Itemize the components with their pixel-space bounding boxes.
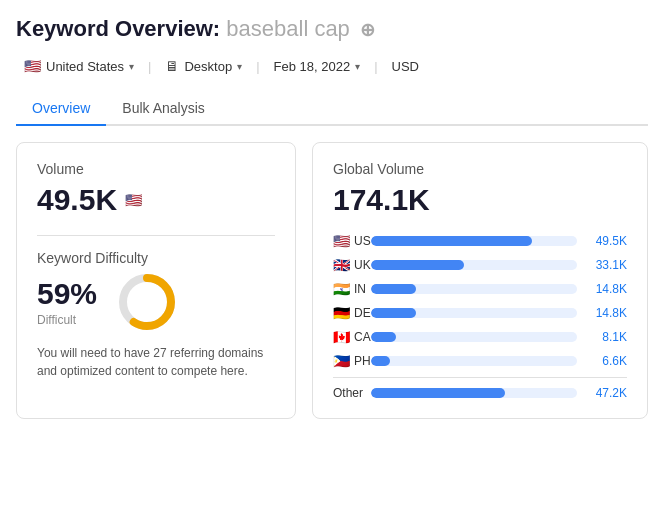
- country-code-US: 🇺🇸 US: [333, 233, 363, 249]
- bar-container-DE: [371, 308, 577, 318]
- volume-number: 49.5K: [37, 183, 117, 217]
- bar-container-CA: [371, 332, 577, 342]
- title-static: Keyword Overview:: [16, 16, 220, 41]
- device-selector[interactable]: 🖥 Desktop ▾: [157, 54, 250, 78]
- country-row: 🇨🇦 CA 8.1K: [333, 329, 627, 345]
- date-label: Feb 18, 2022: [274, 59, 351, 74]
- country-row: 🇬🇧 UK 33.1K: [333, 257, 627, 273]
- toolbar-sep-1: |: [148, 59, 151, 74]
- code-label-IN: IN: [354, 282, 366, 296]
- volume-value-row: 49.5K 🇺🇸: [37, 183, 275, 217]
- volume-CA: 8.1K: [585, 330, 627, 344]
- referring-text: You will need to have 27 referring domai…: [37, 344, 275, 380]
- country-selector[interactable]: 🇺🇸 United States ▾: [16, 54, 142, 78]
- bar-container-IN: [371, 284, 577, 294]
- global-volume-card: Global Volume 174.1K 🇺🇸 US 49.5K 🇬🇧 UK 3…: [312, 142, 648, 419]
- toolbar: 🇺🇸 United States ▾ | 🖥 Desktop ▾ | Feb 1…: [16, 54, 648, 78]
- country-row: 🇵🇭 PH 6.6K: [333, 353, 627, 369]
- difficulty-row: 59% Difficult: [37, 272, 275, 332]
- bar-container-US: [371, 236, 577, 246]
- flag-PH: 🇵🇭: [333, 353, 350, 369]
- cards-row: Volume 49.5K 🇺🇸 Keyword Difficulty 59% D…: [16, 142, 648, 419]
- other-volume: 47.2K: [585, 386, 627, 400]
- add-keyword-icon[interactable]: ⊕: [360, 20, 375, 40]
- bar-container-UK: [371, 260, 577, 270]
- currency-label: USD: [392, 59, 419, 74]
- country-label: United States: [46, 59, 124, 74]
- global-label: Global Volume: [333, 161, 627, 177]
- bar-fill-UK: [371, 260, 464, 270]
- donut-chart: [117, 272, 177, 332]
- country-code-UK: 🇬🇧 UK: [333, 257, 363, 273]
- volume-UK: 33.1K: [585, 258, 627, 272]
- code-label-DE: DE: [354, 306, 371, 320]
- country-code-CA: 🇨🇦 CA: [333, 329, 363, 345]
- country-row: 🇩🇪 DE 14.8K: [333, 305, 627, 321]
- flag-CA: 🇨🇦: [333, 329, 350, 345]
- code-label-PH: PH: [354, 354, 371, 368]
- difficulty-label: Keyword Difficulty: [37, 250, 275, 266]
- bar-fill-CA: [371, 332, 396, 342]
- tabs-bar: Overview Bulk Analysis: [16, 92, 648, 126]
- volume-card: Volume 49.5K 🇺🇸 Keyword Difficulty 59% D…: [16, 142, 296, 419]
- other-label: Other: [333, 386, 363, 400]
- country-flag: 🇺🇸: [24, 58, 41, 74]
- currency-display: USD: [384, 55, 427, 78]
- country-chevron: ▾: [129, 61, 134, 72]
- bar-fill-IN: [371, 284, 416, 294]
- volume-IN: 14.8K: [585, 282, 627, 296]
- country-code-DE: 🇩🇪 DE: [333, 305, 363, 321]
- other-bar-fill: [371, 388, 505, 398]
- toolbar-sep-3: |: [374, 59, 377, 74]
- device-chevron: ▾: [237, 61, 242, 72]
- volume-label: Volume: [37, 161, 275, 177]
- country-list: 🇺🇸 US 49.5K 🇬🇧 UK 33.1K 🇮🇳 IN: [333, 233, 627, 369]
- country-row: 🇮🇳 IN 14.8K: [333, 281, 627, 297]
- country-code-PH: 🇵🇭 PH: [333, 353, 363, 369]
- code-label-US: US: [354, 234, 371, 248]
- bar-fill-DE: [371, 308, 416, 318]
- code-label-CA: CA: [354, 330, 371, 344]
- keyword-value: baseball cap: [226, 16, 350, 41]
- bar-fill-PH: [371, 356, 390, 366]
- bar-container-PH: [371, 356, 577, 366]
- flag-UK: 🇬🇧: [333, 257, 350, 273]
- flag-US: 🇺🇸: [333, 233, 350, 249]
- volume-PH: 6.6K: [585, 354, 627, 368]
- difficulty-text: Difficult: [37, 313, 97, 327]
- date-chevron: ▾: [355, 61, 360, 72]
- global-value: 174.1K: [333, 183, 627, 217]
- volume-US: 49.5K: [585, 234, 627, 248]
- other-bar-container: [371, 388, 577, 398]
- device-label: Desktop: [184, 59, 232, 74]
- volume-DE: 14.8K: [585, 306, 627, 320]
- country-code-IN: 🇮🇳 IN: [333, 281, 363, 297]
- card-divider: [37, 235, 275, 236]
- tab-overview[interactable]: Overview: [16, 92, 106, 126]
- tab-bulk-analysis[interactable]: Bulk Analysis: [106, 92, 220, 126]
- difficulty-percent: 59%: [37, 277, 97, 311]
- date-selector[interactable]: Feb 18, 2022 ▾: [266, 55, 369, 78]
- flag-DE: 🇩🇪: [333, 305, 350, 321]
- page-title: Keyword Overview: baseball cap ⊕: [16, 16, 648, 42]
- code-label-UK: UK: [354, 258, 371, 272]
- other-row: Other 47.2K: [333, 377, 627, 400]
- bar-fill-US: [371, 236, 532, 246]
- flag-IN: 🇮🇳: [333, 281, 350, 297]
- country-row: 🇺🇸 US 49.5K: [333, 233, 627, 249]
- desktop-icon: 🖥: [165, 58, 179, 74]
- volume-flag: 🇺🇸: [125, 192, 142, 208]
- toolbar-sep-2: |: [256, 59, 259, 74]
- difficulty-value-col: 59% Difficult: [37, 277, 97, 327]
